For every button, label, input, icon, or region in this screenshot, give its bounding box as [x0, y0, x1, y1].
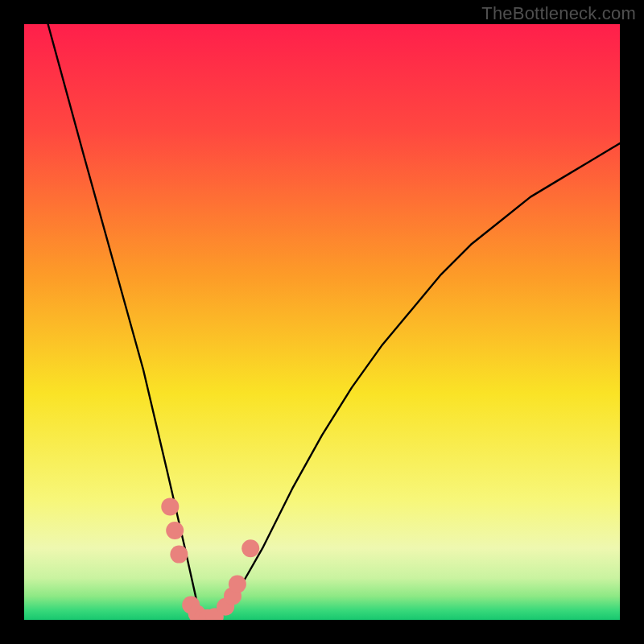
data-point [166, 522, 184, 539]
data-point [229, 576, 246, 593]
data-point [242, 539, 259, 557]
bottleneck-curve [48, 24, 620, 620]
marked-dots [161, 497, 259, 620]
watermark-text: TheBottleneck.com [481, 3, 636, 24]
data-point [170, 546, 188, 564]
curve-layer [24, 24, 620, 620]
data-point [161, 497, 179, 515]
chart-frame: TheBottleneck.com [0, 0, 644, 644]
plot-area [24, 24, 620, 620]
